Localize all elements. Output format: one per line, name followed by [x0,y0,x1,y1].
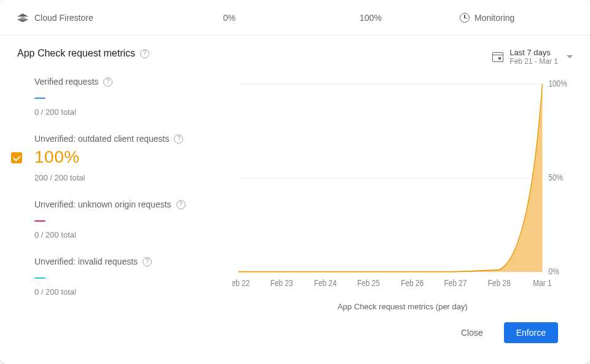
clock-icon [460,13,470,23]
help-icon[interactable]: ? [174,134,183,144]
y-tick: 100% [548,79,567,88]
content-row: Verified requests ? 0 / 200 total Unveri… [17,77,573,314]
main-header: App Check request metrics ? Last 7 days … [17,48,573,66]
calendar-icon [492,52,503,62]
enforcement-status-label: Monitoring [474,13,514,23]
metric-swatch [34,220,45,222]
app-check-panel: Cloud Firestore 0% 100% Monitoring App C… [0,0,590,364]
x-tick: Feb 28 [488,278,511,288]
help-icon[interactable]: ? [140,49,149,58]
x-tick: Feb 22 [232,278,250,288]
service-cell: Cloud Firestore [17,13,159,23]
service-row[interactable]: Cloud Firestore 0% 100% Monitoring [0,0,590,36]
y-tick: 0% [548,266,559,276]
service-name: Cloud Firestore [34,13,93,23]
help-icon[interactable]: ? [176,200,186,209]
dialog-footer: Close Enforce [17,314,573,354]
metric-subtext: 200 / 200 total [34,173,226,182]
metric-label: Unverified: outdated client requests [34,134,169,144]
metric-label: Verified requests [34,77,98,87]
metric-invalid[interactable]: Unverified: invalid requests ? 0 / 200 t… [30,257,226,296]
chevron-down-icon [567,55,573,58]
metrics-legend: Verified requests ? 0 / 200 total Unveri… [17,77,226,314]
help-icon[interactable]: ? [103,77,112,87]
unverified-pct-cell: 100% [300,13,441,23]
metric-verified[interactable]: Verified requests ? 0 / 200 total [30,77,226,117]
chart-container: 100% 50% 0% Feb 22 Feb 23 Feb 24 Feb 25 … [232,77,573,314]
x-tick: Feb 23 [270,278,293,288]
page-title: App Check request metrics [17,48,135,59]
x-tick: Feb 26 [401,278,423,288]
main-content: App Check request metrics ? Last 7 days … [0,36,590,364]
close-button[interactable]: Close [449,322,495,343]
chart-area: 100% 50% 0% Feb 22 Feb 23 Feb 24 Feb 25 … [232,77,573,293]
metric-subtext: 0 / 200 total [34,287,226,296]
enforce-button[interactable]: Enforce [504,322,558,343]
chart-svg: 100% 50% 0% Feb 22 Feb 23 Feb 24 Feb 25 … [232,77,573,293]
date-range-text: Last 7 days Feb 21 - Mar 1 [509,48,558,66]
metric-unknown[interactable]: Unverified: unknown origin requests ? 0 … [30,199,226,239]
enforcement-status-cell: Monitoring [441,13,573,23]
y-tick: 50% [548,172,563,182]
metric-value: 100% [34,147,80,166]
checkbox-checked-icon[interactable] [11,152,22,163]
date-range-picker[interactable]: Last 7 days Feb 21 - Mar 1 [492,48,573,66]
date-range-label: Last 7 days [509,48,558,57]
title-row: App Check request metrics ? [17,48,149,59]
firestore-icon [17,14,28,22]
metric-subtext: 0 / 200 total [34,230,226,239]
x-tick: Feb 24 [314,278,337,288]
metric-swatch [34,98,45,99]
help-icon[interactable]: ? [143,257,152,266]
metric-label: Unverified: invalid requests [34,257,138,266]
x-tick: Feb 27 [444,278,467,288]
metric-label: Unverified: unknown origin requests [34,199,171,209]
metric-subtext: 0 / 200 total [34,107,226,117]
metric-swatch [34,277,45,279]
chart-caption: App Check request metrics (per day) [232,302,573,311]
x-tick: Mar 1 [533,278,551,288]
verified-pct-cell: 0% [159,13,300,23]
date-range-detail: Feb 21 - Mar 1 [509,57,558,66]
x-tick: Feb 25 [357,278,380,288]
metric-outdated[interactable]: Unverified: outdated client requests ? 1… [30,134,226,182]
